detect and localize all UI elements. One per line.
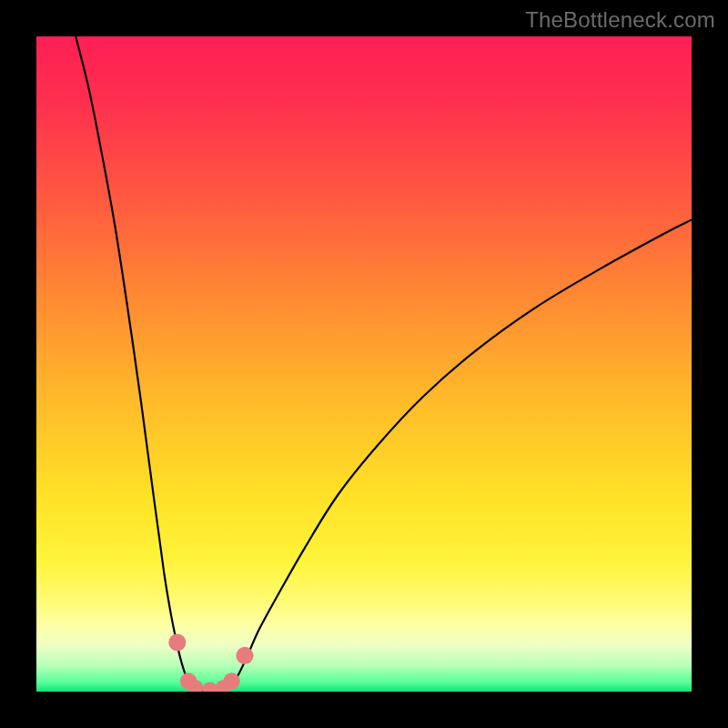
curve-layer — [36, 36, 692, 692]
valley-marker — [168, 633, 186, 651]
left-curve — [76, 36, 192, 689]
valley-marker — [202, 682, 217, 692]
valley-marker — [223, 672, 239, 689]
valley-marker — [236, 647, 253, 664]
watermark-text: TheBottleneck.com — [525, 7, 715, 33]
right-curve — [228, 220, 692, 690]
plot-area — [36, 36, 692, 692]
chart-frame: TheBottleneck.com — [0, 0, 728, 728]
